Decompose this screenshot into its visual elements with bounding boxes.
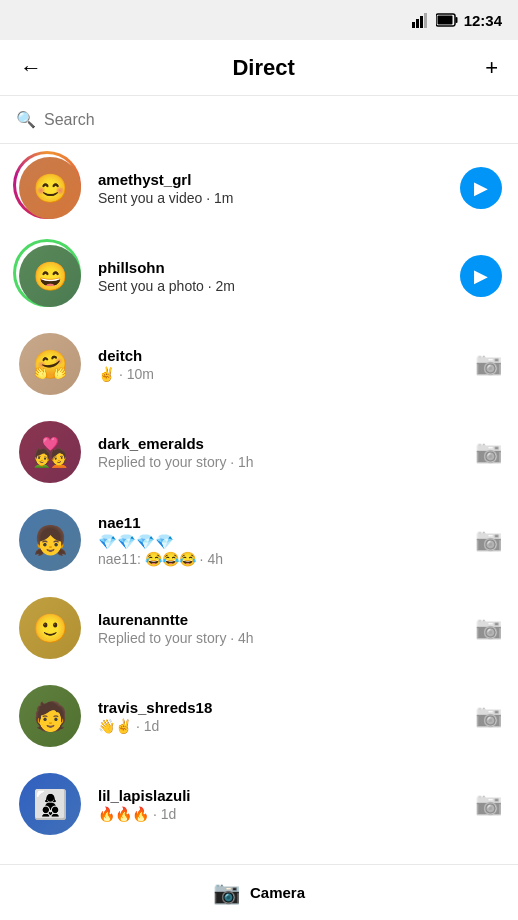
- avatar: 🤗: [16, 330, 84, 398]
- avatar: 👧: [16, 506, 84, 574]
- message-preview: Sent you a video · 1m: [98, 190, 448, 206]
- message-content: amethyst_grlSent you a video · 1m: [98, 171, 448, 206]
- message-content: nae11💎💎💎💎nae11: 😂😂😂 · 4h: [98, 514, 463, 567]
- message-preview: 👋✌️ · 1d: [98, 718, 463, 734]
- message-username: phillsohn: [98, 259, 448, 276]
- message-username: deitch: [98, 347, 463, 364]
- search-bar: 🔍: [0, 96, 518, 144]
- camera-icon[interactable]: 📷: [475, 527, 502, 553]
- list-item[interactable]: 😊amethyst_grlSent you a video · 1m▶: [0, 144, 518, 232]
- message-list: 😊amethyst_grlSent you a video · 1m▶😄phil…: [0, 144, 518, 864]
- list-item[interactable]: 👩‍👦‍👦lil_lapislazuli🔥🔥🔥 · 1d📷: [0, 760, 518, 848]
- list-item[interactable]: 🤗deitch✌️ · 10m📷: [0, 320, 518, 408]
- status-time: 12:34: [464, 12, 502, 29]
- status-icons: 12:34: [412, 12, 502, 29]
- message-content: deitch✌️ · 10m: [98, 347, 463, 382]
- list-item[interactable]: 🙂laurenanntteReplied to your story · 4h📷: [0, 584, 518, 672]
- message-action[interactable]: 📷: [475, 527, 502, 553]
- message-username: nae11: [98, 514, 463, 531]
- message-preview: Replied to your story · 4h: [98, 630, 463, 646]
- status-bar: 12:34: [0, 0, 518, 40]
- camera-icon[interactable]: 📷: [475, 791, 502, 817]
- avatar: 🙂: [16, 594, 84, 662]
- message-preview: 🔥🔥🔥 · 1d: [98, 806, 463, 822]
- message-action[interactable]: 📷: [475, 351, 502, 377]
- play-button[interactable]: ▶: [460, 255, 502, 297]
- message-content: laurenanntteReplied to your story · 4h: [98, 611, 463, 646]
- message-action[interactable]: ▶: [460, 167, 502, 209]
- camera-label: Camera: [250, 884, 305, 901]
- play-button[interactable]: ▶: [460, 167, 502, 209]
- list-item[interactable]: 🧑travis_shreds18👋✌️ · 1d📷: [0, 672, 518, 760]
- message-content: travis_shreds18👋✌️ · 1d: [98, 699, 463, 734]
- message-preview: Replied to your story · 1h: [98, 454, 463, 470]
- avatar: 💑: [16, 418, 84, 486]
- list-item[interactable]: 👧nae11💎💎💎💎nae11: 😂😂😂 · 4h📷: [0, 496, 518, 584]
- list-item[interactable]: 💑dark_emeraldsReplied to your story · 1h…: [0, 408, 518, 496]
- message-username: travis_shreds18: [98, 699, 463, 716]
- page-title: Direct: [232, 55, 294, 81]
- signal-icon: [412, 12, 430, 28]
- message-action[interactable]: ▶: [460, 255, 502, 297]
- message-preview: Sent you a photo · 2m: [98, 278, 448, 294]
- list-item[interactable]: 😄phillsohnSent you a photo · 2m▶: [0, 232, 518, 320]
- message-content: phillsohnSent you a photo · 2m: [98, 259, 448, 294]
- message-content: dark_emeraldsReplied to your story · 1h: [98, 435, 463, 470]
- battery-icon: [436, 13, 458, 27]
- avatar: 👩‍👦‍👦: [16, 770, 84, 838]
- svg-rect-6: [437, 16, 452, 25]
- search-input[interactable]: [44, 111, 502, 129]
- message-action[interactable]: 📷: [475, 439, 502, 465]
- svg-rect-2: [420, 16, 423, 28]
- message-preview-line2: nae11: 😂😂😂 · 4h: [98, 551, 463, 567]
- message-action[interactable]: 📷: [475, 703, 502, 729]
- message-username: dark_emeralds: [98, 435, 463, 452]
- camera-icon[interactable]: 📷: [475, 351, 502, 377]
- message-preview: ✌️ · 10m: [98, 366, 463, 382]
- message-username: laurenanntte: [98, 611, 463, 628]
- svg-rect-1: [416, 19, 419, 28]
- camera-icon[interactable]: 📷: [475, 703, 502, 729]
- bottom-nav[interactable]: 📷 Camera: [0, 864, 518, 920]
- svg-rect-3: [424, 13, 427, 28]
- message-action[interactable]: 📷: [475, 791, 502, 817]
- camera-bottom-icon: 📷: [213, 880, 240, 906]
- camera-icon[interactable]: 📷: [475, 439, 502, 465]
- camera-icon[interactable]: 📷: [475, 615, 502, 641]
- avatar: 🧑: [16, 682, 84, 750]
- message-preview-line1: 💎💎💎💎: [98, 533, 463, 551]
- svg-rect-5: [455, 17, 457, 23]
- svg-rect-0: [412, 22, 415, 28]
- message-content: lil_lapislazuli🔥🔥🔥 · 1d: [98, 787, 463, 822]
- header: ← Direct +: [0, 40, 518, 96]
- back-button[interactable]: ←: [16, 51, 46, 85]
- avatar: 😄: [16, 242, 84, 310]
- message-username: lil_lapislazuli: [98, 787, 463, 804]
- avatar: 😊: [16, 154, 84, 222]
- search-icon: 🔍: [16, 110, 36, 129]
- message-username: amethyst_grl: [98, 171, 448, 188]
- message-action[interactable]: 📷: [475, 615, 502, 641]
- add-button[interactable]: +: [481, 51, 502, 85]
